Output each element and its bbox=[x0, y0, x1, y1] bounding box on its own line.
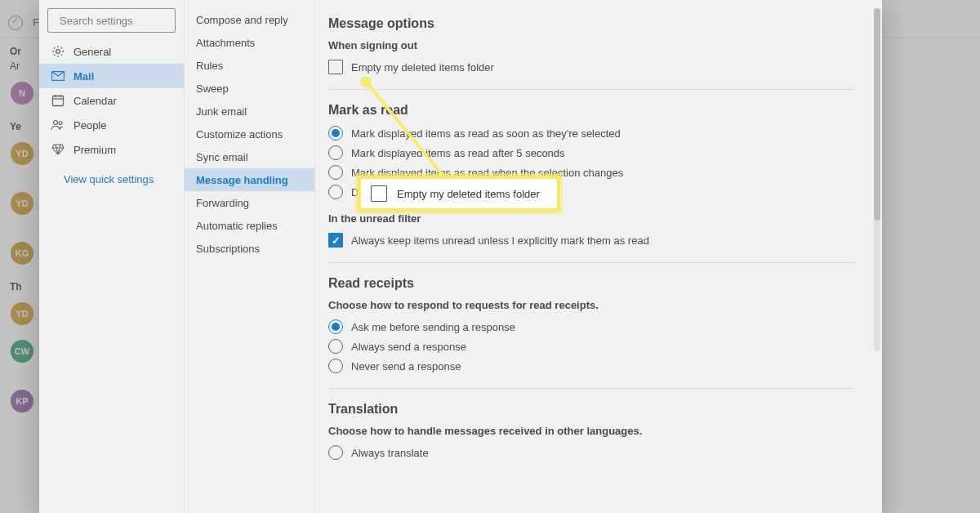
nav-premium[interactable]: Premium bbox=[39, 137, 184, 162]
tr-opt1: Always translate bbox=[351, 447, 429, 459]
mar-radio[interactable] bbox=[328, 185, 343, 199]
empty-deleted-label: Empty my deleted items folder bbox=[351, 61, 494, 74]
mid-sync[interactable]: Sync email bbox=[185, 145, 314, 168]
mid-message-handling[interactable]: Message handling bbox=[185, 168, 314, 191]
mar-opt2: Mark displayed items as read after 5 sec… bbox=[351, 147, 565, 159]
unread-filter-checkbox[interactable] bbox=[328, 233, 343, 248]
settings-left-nav: General Mail Calendar People Premium bbox=[39, 0, 185, 513]
mid-forwarding[interactable]: Forwarding bbox=[185, 191, 314, 214]
search-input[interactable] bbox=[55, 15, 197, 27]
settings-content[interactable]: Message options When signing out Empty m… bbox=[315, 0, 871, 513]
nav-label: Calendar bbox=[74, 95, 117, 107]
settings-mid-nav: Compose and reply Attachments Rules Swee… bbox=[185, 0, 315, 513]
mid-attachments[interactable]: Attachments bbox=[185, 31, 314, 54]
nav-label: Mail bbox=[74, 70, 94, 83]
divider bbox=[328, 262, 854, 263]
section-mark-as-read: Mark as read bbox=[328, 103, 854, 118]
mid-automatic-replies[interactable]: Automatic replies bbox=[185, 214, 314, 237]
mid-junk[interactable]: Junk email bbox=[185, 100, 314, 123]
mid-sweep[interactable]: Sweep bbox=[185, 77, 314, 100]
mail-icon bbox=[51, 71, 65, 81]
callout-label: Empty my deleted items folder bbox=[397, 188, 540, 200]
annotation-callout: Empty my deleted items folder bbox=[358, 176, 560, 212]
nav-label: Premium bbox=[74, 144, 116, 156]
mar-radio[interactable] bbox=[328, 165, 343, 180]
mid-compose[interactable]: Compose and reply bbox=[185, 8, 314, 31]
divider bbox=[328, 388, 854, 389]
section-read-receipts: Read receipts bbox=[328, 276, 854, 291]
divider bbox=[328, 89, 854, 90]
translation-sub: Choose how to handle messages received i… bbox=[328, 425, 854, 437]
unread-filter-label: In the unread filter bbox=[328, 212, 854, 225]
view-quick-settings-link[interactable]: View quick settings bbox=[39, 162, 184, 185]
settings-dialog: General Mail Calendar People Premium bbox=[39, 0, 882, 513]
section-message-options: Message options bbox=[328, 16, 854, 31]
mid-subscriptions[interactable]: Subscriptions bbox=[185, 237, 314, 260]
svg-point-2 bbox=[56, 50, 60, 54]
nav-label: People bbox=[74, 119, 106, 132]
mid-customize[interactable]: Customize actions bbox=[185, 123, 314, 145]
mid-rules[interactable]: Rules bbox=[185, 54, 314, 77]
nav-people[interactable]: People bbox=[39, 113, 184, 137]
nav-calendar[interactable]: Calendar bbox=[39, 88, 184, 113]
rr-opt2: Always send a response bbox=[351, 341, 466, 353]
calendar-icon bbox=[51, 94, 65, 107]
scrollbar-thumb[interactable] bbox=[874, 8, 880, 221]
svg-rect-4 bbox=[53, 96, 64, 106]
rr-opt3: Never send a response bbox=[351, 360, 461, 372]
rr-radio[interactable] bbox=[328, 339, 343, 354]
search-input-wrapper[interactable] bbox=[47, 8, 176, 33]
mar-radio[interactable] bbox=[328, 145, 343, 160]
people-icon bbox=[51, 119, 65, 131]
rr-opt1: Ask me before sending a response bbox=[351, 321, 515, 333]
callout-checkbox bbox=[371, 185, 387, 202]
mar-radio-selected[interactable] bbox=[328, 126, 343, 141]
empty-deleted-checkbox[interactable] bbox=[328, 60, 343, 74]
read-receipts-sub: Choose how to respond to requests for re… bbox=[328, 299, 854, 311]
svg-point-9 bbox=[59, 122, 62, 125]
nav-mail[interactable]: Mail bbox=[39, 64, 184, 88]
nav-general[interactable]: General bbox=[39, 39, 184, 64]
tr-radio[interactable] bbox=[328, 445, 343, 460]
svg-point-8 bbox=[54, 121, 58, 125]
diamond-icon bbox=[51, 144, 65, 155]
nav-label: General bbox=[74, 46, 111, 58]
unread-filter-opt: Always keep items unread unless I explic… bbox=[351, 234, 649, 247]
settings-content-pane: Message options When signing out Empty m… bbox=[315, 0, 882, 513]
gear-icon bbox=[51, 45, 65, 58]
mar-opt1: Mark displayed items as read as soon as … bbox=[351, 127, 621, 140]
rr-radio-selected[interactable] bbox=[328, 319, 343, 334]
when-signing-out-label: When signing out bbox=[328, 39, 854, 51]
section-translation: Translation bbox=[328, 402, 854, 417]
rr-radio[interactable] bbox=[328, 359, 343, 373]
